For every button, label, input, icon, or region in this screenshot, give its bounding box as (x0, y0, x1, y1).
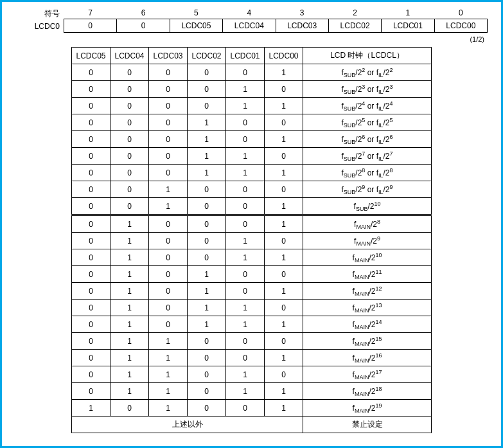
bit-cell: 0 (72, 366, 110, 383)
bit-cell: 0 (110, 98, 149, 114)
bit-cell: 1 (110, 215, 149, 233)
table-row: 011011fMAIN/218 (72, 383, 432, 400)
clock-cell: fMAIN/214 (303, 316, 432, 333)
bit-cell: 0 (226, 131, 265, 148)
table-row: 010111fMAIN/214 (72, 316, 432, 333)
bit-cell: 1 (188, 148, 226, 165)
clock-cell: fSUB/28 or fIL/28 (303, 165, 432, 181)
bit-cell: 0 (226, 266, 265, 283)
bit-cell: 1 (110, 316, 149, 333)
bit-cell: 1 (110, 233, 149, 249)
bit-cell: 1 (149, 181, 188, 198)
bit-cell: 0 (149, 215, 188, 233)
col-header: LCDC01 (226, 48, 265, 64)
bit-cell: 0 (226, 400, 265, 417)
bit-cell: 0 (72, 215, 110, 233)
bit-cell: 1 (265, 249, 303, 266)
bit-cell: 0 (149, 81, 188, 98)
table-row: 010001fMAIN/28 (72, 215, 432, 233)
bit-cell: 0 (226, 350, 265, 366)
bit-cell: 1 (265, 383, 303, 400)
bit-cell: 1 (149, 400, 188, 417)
table-row: 010101fMAIN/212 (72, 283, 432, 300)
bit-cell: 0 (188, 233, 226, 249)
bit-number: 4 (223, 7, 276, 19)
bit-cell: 0 (149, 64, 188, 81)
bit-cell: 0 (72, 198, 110, 215)
bit-cell: 1 (265, 316, 303, 333)
bit-cell: 0 (72, 249, 110, 266)
bit-cell: 0 (265, 300, 303, 316)
bit-cell: 0 (110, 114, 149, 131)
bit-cell: 1 (149, 333, 188, 350)
table-header-row: LCDC05 LCDC04 LCDC03 LCDC02 LCDC01 LCDC0… (72, 48, 432, 64)
bit-cell: 0 (226, 64, 265, 81)
clock-cell: fSUB/24 or fIL/24 (303, 98, 432, 114)
register-header: 符号 LCDC0 7 6 5 4 3 2 1 0 0 0 LCDC05 (8, 7, 495, 33)
clock-cell: fMAIN/218 (303, 383, 432, 400)
clock-cell: fSUB/25 or fIL/25 (303, 114, 432, 131)
bit-cell: 0 (226, 333, 265, 350)
bit-cell: 0 (265, 114, 303, 131)
table-row: 010010fMAIN/29 (72, 233, 432, 249)
bit-name: 0 (117, 19, 170, 33)
bit-cell: 0 (188, 249, 226, 266)
col-header: LCDC03 (149, 48, 188, 64)
bit-cell: 0 (265, 333, 303, 350)
bit-cell: 0 (149, 300, 188, 316)
table-row: 000111fSUB/28 or fIL/28 (72, 165, 432, 181)
bit-cell: 0 (188, 98, 226, 114)
bit-cell: 0 (72, 266, 110, 283)
bit-cell: 1 (226, 249, 265, 266)
clock-cell: fMAIN/211 (303, 266, 432, 283)
bit-cell: 0 (188, 81, 226, 98)
clock-cell: fSUB/210 (303, 198, 432, 215)
bit-cell: 1 (188, 316, 226, 333)
bit-cell: 0 (226, 181, 265, 198)
clock-cell: fSUB/22 or fIL/22 (303, 64, 432, 81)
bit-cell: 1 (110, 249, 149, 266)
table-row: 000001fSUB/22 or fIL/22 (72, 64, 432, 81)
bit-cell: 0 (110, 181, 149, 198)
col-header: LCDC04 (110, 48, 149, 64)
bit-cell: 0 (226, 114, 265, 131)
clock-cell: fSUB/29 or fIL/29 (303, 181, 432, 198)
bit-name: 0 (64, 19, 117, 33)
clock-cell: fMAIN/217 (303, 366, 432, 383)
bit-cell: 1 (110, 350, 149, 366)
bit-cell: 0 (110, 64, 149, 81)
clock-cell: fMAIN/29 (303, 233, 432, 249)
bit-cell: 1 (226, 81, 265, 98)
bit-cell: 1 (110, 333, 149, 350)
bit-cell: 0 (149, 249, 188, 266)
bit-number: 2 (328, 7, 381, 19)
bit-cell: 1 (226, 165, 265, 181)
bit-cell: 1 (265, 131, 303, 148)
bit-cell: 0 (110, 148, 149, 165)
table-row: 011000fMAIN/215 (72, 333, 432, 350)
col-header-clock: LCD 时钟（LCDCL） (303, 48, 432, 64)
bit-cell: 0 (149, 98, 188, 114)
table-row: 010100fMAIN/211 (72, 266, 432, 283)
bit-cell: 1 (226, 148, 265, 165)
bit-cell: 0 (188, 333, 226, 350)
bit-cell: 1 (265, 98, 303, 114)
bit-number: 5 (170, 7, 222, 19)
bit-cell: 0 (72, 64, 110, 81)
table-row: 010110fMAIN/213 (72, 300, 432, 316)
bit-cell: 0 (149, 131, 188, 148)
bit-cell: 1 (265, 64, 303, 81)
bit-cell: 1 (149, 350, 188, 366)
clock-cell: fMAIN/219 (303, 400, 432, 417)
bit-cell: 1 (226, 383, 265, 400)
bit-cell: 0 (188, 350, 226, 366)
bit-cell: 0 (265, 366, 303, 383)
col-header: LCDC02 (188, 48, 226, 64)
register-name-label: LCDC0 (8, 20, 60, 33)
bit-cell: 0 (72, 165, 110, 181)
bit-cell: 0 (72, 81, 110, 98)
forbidden-label: 禁止设定 (303, 417, 432, 433)
bit-cell: 1 (110, 283, 149, 300)
bit-number: 7 (64, 7, 117, 19)
bit-cell: 1 (188, 266, 226, 283)
